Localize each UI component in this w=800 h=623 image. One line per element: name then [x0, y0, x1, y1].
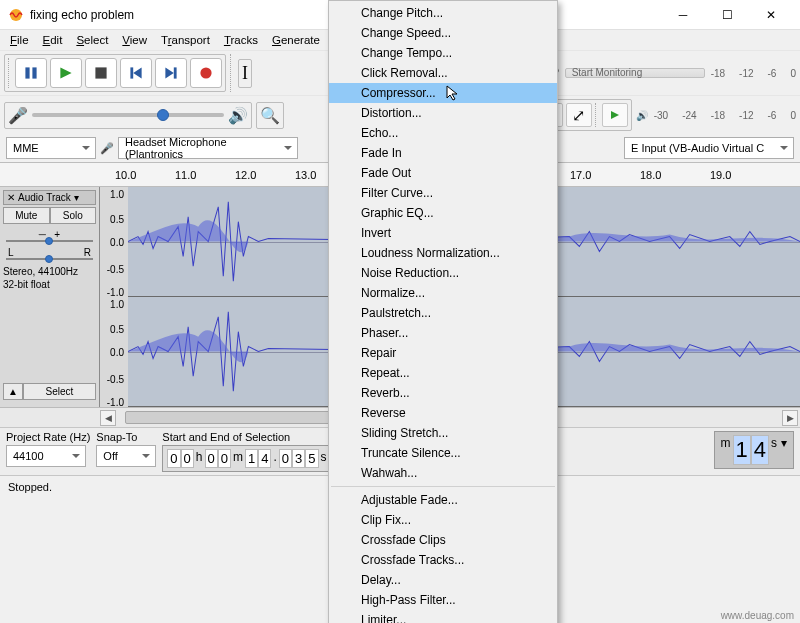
mic-icon: 🎤: [100, 142, 114, 155]
svg-rect-4: [95, 67, 106, 78]
effect-item-filter-curve[interactable]: Filter Curve...: [329, 183, 557, 203]
project-rate-combo[interactable]: 44100: [6, 445, 86, 467]
app-logo-icon: [8, 7, 24, 23]
project-rate-label: Project Rate (Hz): [6, 431, 90, 443]
playback-device-combo[interactable]: E Input (VB-Audio Virtual C: [624, 137, 794, 159]
effect-item-sliding-stretch[interactable]: Sliding Stretch...: [329, 423, 557, 443]
effect-item-loudness-normalization[interactable]: Loudness Normalization...: [329, 243, 557, 263]
effect-item-fade-out[interactable]: Fade Out: [329, 163, 557, 183]
mouse-cursor-icon: [446, 85, 462, 101]
skip-start-button[interactable]: [120, 58, 152, 88]
window-title: fixing echo problem: [30, 8, 134, 22]
effect-item-echo[interactable]: Echo...: [329, 123, 557, 143]
svg-rect-5: [130, 67, 133, 78]
effect-item-crossfade-clips[interactable]: Crossfade Clips: [329, 530, 557, 550]
edit-toolbar: 🔍: [256, 102, 284, 129]
effect-item-crossfade-tracks[interactable]: Crossfade Tracks...: [329, 550, 557, 570]
menu-file[interactable]: File: [4, 32, 35, 48]
effect-item-reverse[interactable]: Reverse: [329, 403, 557, 423]
effect-item-reverb[interactable]: Reverb...: [329, 383, 557, 403]
effect-item-limiter[interactable]: Limiter...: [329, 610, 557, 623]
effect-item-distortion[interactable]: Distortion...: [329, 103, 557, 123]
speaker-icon: 🔊: [228, 106, 248, 125]
recording-volume-slider[interactable]: 🎤 🔊: [4, 102, 252, 129]
track-info: Stereo, 44100Hz 32-bit float: [3, 265, 96, 291]
svg-rect-2: [32, 67, 36, 78]
effect-item-repair[interactable]: Repair: [329, 343, 557, 363]
effect-item-graphic-eq[interactable]: Graphic EQ...: [329, 203, 557, 223]
menu-tracks[interactable]: Tracks: [218, 32, 264, 48]
audio-position-field[interactable]: m 14 s ▾: [714, 431, 795, 469]
zoom-fit-icon[interactable]: ⤢: [566, 103, 592, 127]
effect-item-truncate-silence[interactable]: Truncate Silence...: [329, 443, 557, 463]
close-button[interactable]: ✕: [750, 1, 792, 29]
menu-transport[interactable]: Transport: [155, 32, 216, 48]
effect-item-high-pass-filter[interactable]: High-Pass Filter...: [329, 590, 557, 610]
selection-start-field[interactable]: 00h00m14.035s: [162, 445, 333, 472]
selection-label: Start and End of Selection: [162, 431, 333, 443]
effect-item-paulstretch[interactable]: Paulstretch...: [329, 303, 557, 323]
track-select-button[interactable]: Select: [23, 383, 96, 400]
effect-item-invert[interactable]: Invert: [329, 223, 557, 243]
snap-to-combo[interactable]: Off: [96, 445, 156, 467]
minimize-button[interactable]: ─: [662, 1, 704, 29]
status-text: Stopped.: [8, 481, 52, 493]
gain-slider[interactable]: ─ +: [6, 229, 93, 242]
pause-button[interactable]: [15, 58, 47, 88]
play-at-speed-button[interactable]: [602, 103, 628, 127]
effect-item-click-removal[interactable]: Click Removal...: [329, 63, 557, 83]
svg-rect-8: [174, 67, 177, 78]
effect-item-repeat[interactable]: Repeat...: [329, 363, 557, 383]
playback-meter[interactable]: 🔊 -30-24-18-12-60: [636, 110, 796, 121]
skip-end-button[interactable]: [155, 58, 187, 88]
pan-slider[interactable]: LR: [6, 247, 93, 260]
maximize-button[interactable]: ☐: [706, 1, 748, 29]
menu-generate[interactable]: Generate: [266, 32, 326, 48]
effect-item-noise-reduction[interactable]: Noise Reduction...: [329, 263, 557, 283]
svg-marker-3: [60, 67, 71, 78]
watermark-text: www.deuag.com: [721, 610, 794, 621]
scroll-right-arrow[interactable]: ▶: [782, 410, 798, 426]
selection-tool-icon[interactable]: I: [242, 63, 248, 84]
svg-rect-1: [25, 67, 29, 78]
mic-icon: 🎤: [8, 106, 28, 125]
effect-item-adjustable-fade[interactable]: Adjustable Fade...: [329, 490, 557, 510]
audio-host-combo[interactable]: MME: [6, 137, 96, 159]
stop-button[interactable]: [85, 58, 117, 88]
svg-point-9: [200, 67, 211, 78]
speaker-icon: 🔊: [636, 110, 648, 121]
effect-item-normalize[interactable]: Normalize...: [329, 283, 557, 303]
track-control-panel: ✕ Audio Track ▾ Mute Solo ─ + LR Stereo,…: [0, 187, 100, 407]
effect-item-fade-in[interactable]: Fade In: [329, 143, 557, 163]
zoom-tool-icon[interactable]: 🔍: [260, 106, 280, 125]
amplitude-axis: 1.0 0.5 0.0 -0.5 -1.0 1.0 0.5 0.0 -0.5 -…: [100, 187, 128, 407]
menu-select[interactable]: Select: [70, 32, 114, 48]
recording-meter[interactable]: 🎤 Start Monitoring -18-12-60: [547, 68, 796, 79]
effect-item-change-speed[interactable]: Change Speed...: [329, 23, 557, 43]
record-button[interactable]: [190, 58, 222, 88]
tools-toolbar: I: [238, 59, 252, 88]
mute-button[interactable]: Mute: [3, 207, 50, 224]
svg-marker-10: [611, 111, 619, 119]
effect-item-change-tempo[interactable]: Change Tempo...: [329, 43, 557, 63]
snap-to-label: Snap-To: [96, 431, 156, 443]
effect-item-compressor[interactable]: Compressor...: [329, 83, 557, 103]
play-button[interactable]: [50, 58, 82, 88]
effect-item-change-pitch[interactable]: Change Pitch...: [329, 3, 557, 23]
solo-button[interactable]: Solo: [50, 207, 97, 224]
menu-edit[interactable]: Edit: [37, 32, 69, 48]
effect-item-delay[interactable]: Delay...: [329, 570, 557, 590]
transport-toolbar: [4, 54, 226, 92]
scroll-left-arrow[interactable]: ◀: [100, 410, 116, 426]
effect-item-phaser[interactable]: Phaser...: [329, 323, 557, 343]
track-header[interactable]: ✕ Audio Track ▾: [3, 190, 96, 205]
effect-item-wahwah[interactable]: Wahwah...: [329, 463, 557, 483]
svg-marker-6: [133, 67, 141, 78]
recording-device-combo[interactable]: Headset Microphone (Plantronics: [118, 137, 298, 159]
effect-menu-dropdown: Change Pitch...Change Speed...Change Tem…: [328, 0, 558, 623]
svg-marker-7: [165, 67, 173, 78]
svg-point-0: [10, 9, 22, 21]
effect-item-clip-fix[interactable]: Clip Fix...: [329, 510, 557, 530]
menu-view[interactable]: View: [116, 32, 153, 48]
